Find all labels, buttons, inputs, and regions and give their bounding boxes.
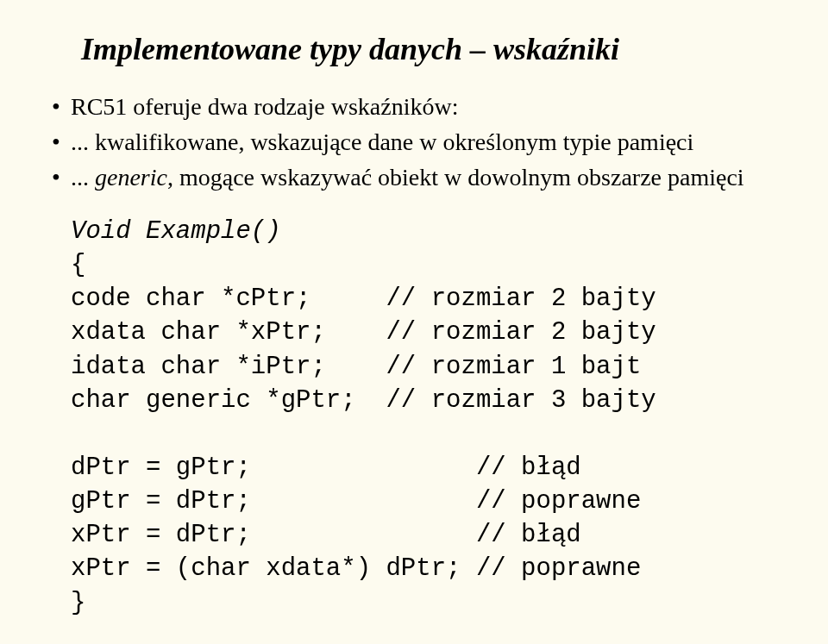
code-line: } <box>71 589 85 617</box>
code-line: dPtr = gPtr; // błąd <box>71 453 581 482</box>
slide: Implementowane typy danych – wskaźniki R… <box>0 0 828 644</box>
bullet-text-em: generic <box>95 164 167 191</box>
code-line: xPtr = (char xdata*) dPtr; // poprawne <box>71 554 641 583</box>
bullet-text-suffix: , mogące wskazywać obiekt w dowolnym obs… <box>167 164 744 191</box>
bullet-text-prefix: ... <box>71 164 95 191</box>
bullet-item: RC51 oferuje dwa rodzaje wskaźników: <box>71 91 802 122</box>
bullet-list: RC51 oferuje dwa rodzaje wskaźników: ...… <box>52 91 802 192</box>
bullet-text: RC51 oferuje dwa rodzaje wskaźników: <box>71 93 458 120</box>
code-block: Void Example() { code char *cPtr; // roz… <box>71 215 802 620</box>
slide-title: Implementowane typy danych – wskaźniki <box>81 31 802 67</box>
code-line: code char *cPtr; // rozmiar 2 bajty <box>71 284 656 313</box>
bullet-item: ... kwalifikowane, wskazujące dane w okr… <box>71 127 802 157</box>
code-line: gPtr = dPtr; // poprawne <box>71 487 641 516</box>
bullet-item: ... generic, mogące wskazywać obiekt w d… <box>71 162 802 192</box>
bullet-text: ... kwalifikowane, wskazujące dane w okr… <box>71 128 693 155</box>
code-line: { <box>71 251 85 279</box>
code-line: idata char *iPtr; // rozmiar 1 bajt <box>71 353 641 381</box>
code-line: char generic *gPtr; // rozmiar 3 bajty <box>71 386 656 415</box>
code-line: Void Example() <box>71 217 281 246</box>
code-line: xdata char *xPtr; // rozmiar 2 bajty <box>71 318 656 347</box>
code-line: xPtr = dPtr; // błąd <box>71 521 581 549</box>
